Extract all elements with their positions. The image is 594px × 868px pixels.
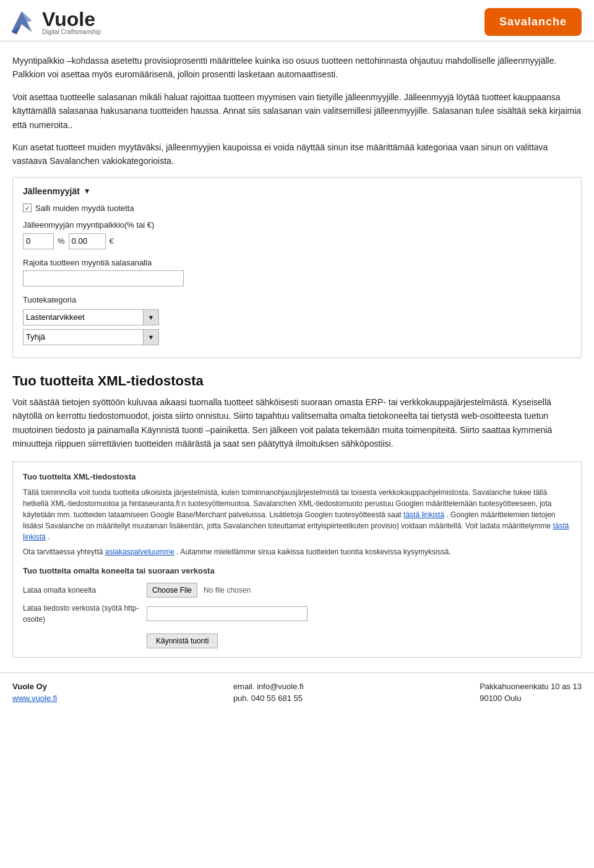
percent-unit: % [58,236,65,246]
jalleenmyyjat-section: Jälleenmyyjät ▼ ✓ Salli muiden myydä tuo… [12,177,582,358]
kategoria2-wrapper: Tyhjä ▼ [23,329,159,345]
jalleenmyyjat-header[interactable]: Jälleenmyyjät ▼ [23,186,571,196]
kategoria1-wrapper: Lastentarvikkeet ▼ [23,309,159,325]
main-content: Myyntipalkkio –kohdassa asetettu provisi… [0,41,594,658]
xml-inner-box: Tuo tuotteita XML-tiedostosta Tällä toim… [12,462,582,658]
chevron-down-icon: ▼ [84,187,91,196]
myyntipalkkio-inputs: % € [23,233,571,249]
xml-link1[interactable]: tästä linkistä [403,510,444,519]
footer: Vuole Oy www.vuole.fi email. info@vuole.… [0,672,594,711]
kaynnista-row: Käynnistä tuonti [23,630,571,648]
contact-link[interactable]: asiakaspalveluumme [105,548,174,556]
percent-input[interactable] [23,233,54,249]
euro-unit: € [110,236,114,246]
tuo-koneelta-title: Tuo tuotteita omalta koneelta tai suoraa… [23,565,571,577]
checkbox-row[interactable]: ✓ Salli muiden myydä tuotetta [23,204,571,213]
salasana-input[interactable] [23,270,184,286]
bird-icon [6,6,37,37]
choose-file-button[interactable]: Choose File [147,583,197,598]
intro-para2: Voit asettaa tuotteelle salasanan mikäli… [12,90,582,132]
header: Vuole Digital Craftsmanship Savalanche [0,0,594,41]
savalanche-badge: Savalanche [484,8,582,36]
logo-subtitle: Digital Craftsmanship [42,28,101,35]
logo-area: Vuole Digital Craftsmanship [6,6,101,37]
kategoria2-row: Tyhjä ▼ [23,329,571,345]
intro-para1: Myyntipalkkio –kohdassa asetettu provisi… [12,54,582,82]
jalleenmyyjat-title: Jälleenmyyjät [23,186,80,196]
lataa-verkosta-label: Lataa tiedosto verkosta (syötä http-osoi… [23,603,140,625]
logo-text: Vuole [42,8,95,31]
salli-myydä-label: Salli muiden myydä tuotetta [35,204,134,213]
kaynnista-button[interactable]: Käynnistä tuonti [147,634,218,648]
xml-inner-title: Tuo tuotteita XML-tiedostosta [23,471,571,483]
kategoria1-row: Lastentarvikkeet ▼ [23,309,571,325]
footer-address: Pakkahuoneenkatu 10 as 13 [480,682,582,691]
url-input[interactable] [147,606,308,621]
footer-phone: puh. 040 55 681 55 [233,694,304,703]
logo-vuole: Vuole Digital Craftsmanship [6,6,101,37]
xml-section-text: Voit säästää tietojen syöttöön kuluvaa a… [12,395,582,451]
footer-email: email. info@vuole.fi [233,682,304,691]
lataa-verkosta-row: Lataa tiedosto verkosta (syötä http-osoi… [23,603,571,625]
euro-input[interactable] [69,233,106,249]
footer-col2: email. info@vuole.fi puh. 040 55 681 55 [233,682,304,703]
kategoria1-select[interactable]: Lastentarvikkeet [23,309,159,325]
salasana-label: Rajoita tuotteen myyntiä salasanalla [23,258,571,267]
footer-city: 90100 Oulu [480,694,582,703]
intro-para3: Kun asetat tuotteet muiden myytäväksi, j… [12,140,582,168]
footer-company: Vuole Oy [12,682,57,691]
footer-col1: Vuole Oy www.vuole.fi [12,682,57,703]
myyntipalkkio-label: Jälleenmyyjän myyntipalkkio(% tai €) [23,220,571,230]
xml-section-title: Tuo tuotteita XML-tiedostosta [12,373,582,389]
footer-col3: Pakkahuoneenkatu 10 as 13 90100 Oulu [480,682,582,703]
no-file-text: No file chosen [204,585,251,596]
tuotekategoria-label: Tuotekategoria [23,295,571,304]
xml-contact: Ota tarvittaessa yhteyttä asiakaspalvelu… [23,546,571,557]
kategoria2-select[interactable]: Tyhjä [23,329,159,345]
salli-myydä-checkbox[interactable]: ✓ [23,204,32,212]
lataa-koneelta-label: Lataa omalta koneelta [23,585,140,596]
xml-inner-text1: Tällä toiminnolla voit tuoda tuotteita u… [23,487,571,543]
lataa-koneelta-row: Lataa omalta koneelta Choose File No fil… [23,583,571,598]
footer-website[interactable]: www.vuole.fi [12,694,57,703]
svg-marker-1 [22,11,32,24]
